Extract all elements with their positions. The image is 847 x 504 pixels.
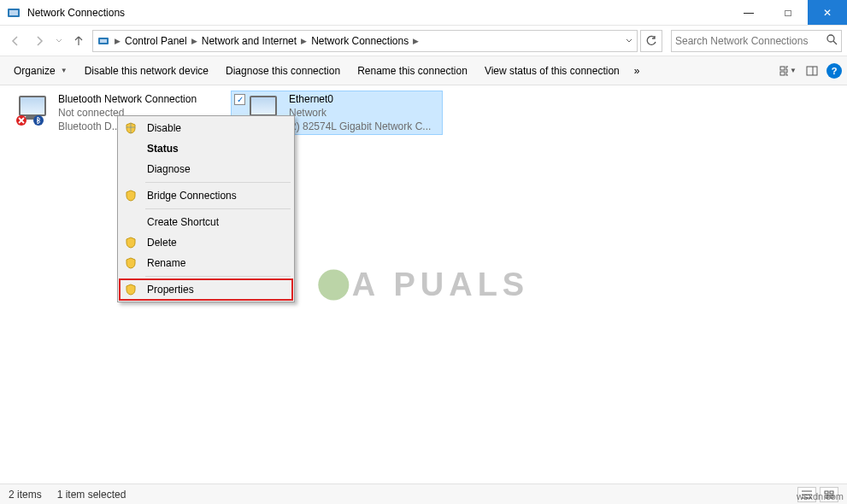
pane-icon <box>806 65 818 77</box>
address-bar[interactable]: ▶ Control Panel ▶ Network and Internet ▶… <box>92 30 638 52</box>
watermark: A PUALS <box>318 267 529 303</box>
organize-button[interactable]: Organize ▼ <box>5 60 76 82</box>
connection-status: Network <box>289 106 431 120</box>
ctx-bridge[interactable]: Bridge Connections <box>120 185 292 206</box>
recent-dropdown[interactable] <box>53 31 65 51</box>
shield-icon <box>124 256 138 270</box>
svg-line-5 <box>833 41 837 44</box>
svg-rect-1 <box>9 10 18 15</box>
chevron-down-icon <box>626 38 632 44</box>
shield-icon <box>124 283 138 296</box>
svg-point-4 <box>827 35 834 42</box>
connection-name: Bluetooth Network Connection <box>58 92 197 106</box>
error-badge-icon <box>15 114 27 126</box>
rename-button[interactable]: Rename this connection <box>349 60 476 82</box>
connection-icon <box>14 92 55 126</box>
breadcrumb-separator: ▶ <box>191 37 197 45</box>
diagnose-button[interactable]: Diagnose this connection <box>217 60 349 82</box>
title-bar: Network Connections — □ ✕ <box>0 0 847 26</box>
command-bar: Organize ▼ Disable this network device D… <box>0 56 847 85</box>
svg-rect-6 <box>780 67 785 70</box>
ctx-disable[interactable]: Disable <box>120 118 292 138</box>
disable-device-button[interactable]: Disable this network device <box>76 60 217 82</box>
ctx-label: Diagnose <box>147 163 191 175</box>
close-button[interactable]: ✕ <box>808 0 847 25</box>
back-icon <box>9 34 22 48</box>
overflow-button[interactable]: » <box>628 60 646 82</box>
connection-device: R) 82574L Gigabit Network C... <box>289 120 431 133</box>
minimize-button[interactable]: — <box>729 0 768 25</box>
search-placeholder: Search Network Connections <box>675 35 808 47</box>
breadcrumb-separator: ▶ <box>301 37 307 45</box>
bluetooth-badge-icon <box>32 114 44 126</box>
cmd-label: Diagnose this connection <box>226 65 340 77</box>
svg-rect-9 <box>786 72 788 75</box>
breadcrumb-network-internet[interactable]: Network and Internet <box>198 31 300 51</box>
shield-icon <box>124 236 138 249</box>
ctx-properties[interactable]: Properties <box>120 279 292 300</box>
app-icon <box>7 6 21 20</box>
ctx-delete[interactable]: Delete <box>120 232 292 253</box>
ctx-label: Create Shortcut <box>147 216 219 228</box>
window-title: Network Connections <box>27 7 729 19</box>
chevron-down-icon: ▼ <box>790 67 797 74</box>
item-count: 2 items <box>9 489 42 501</box>
crumb-label: Network Connections <box>311 35 409 47</box>
selected-count: 1 item selected <box>57 489 126 501</box>
view-icon <box>779 65 788 77</box>
cmd-label: Rename this connection <box>357 65 468 77</box>
chevron-down-icon: ▼ <box>61 67 68 74</box>
svg-rect-7 <box>786 67 788 70</box>
window-buttons: — □ ✕ <box>729 0 847 25</box>
ctx-rename[interactable]: Rename <box>120 253 292 273</box>
content-area[interactable]: A PUALS Bluetooth Network Connection Not… <box>0 85 847 483</box>
ctx-create-shortcut[interactable]: Create Shortcut <box>120 212 292 232</box>
watermark-icon <box>318 269 349 300</box>
maximize-button[interactable]: □ <box>768 0 808 25</box>
ctx-label: Disable <box>147 122 181 134</box>
watermark-text: A PUALS <box>352 267 529 303</box>
max-glyph: □ <box>785 7 791 19</box>
source-label: wsxdn.com <box>797 491 844 501</box>
search-box[interactable]: Search Network Connections <box>671 30 842 52</box>
breadcrumb-separator: ▶ <box>115 37 121 45</box>
min-glyph: — <box>744 7 754 19</box>
breadcrumb-control-panel[interactable]: Control Panel <box>121 31 191 51</box>
svg-rect-10 <box>807 67 817 75</box>
ctx-status[interactable]: Status <box>120 138 292 159</box>
ctx-separator <box>145 208 291 209</box>
breadcrumb-separator: ▶ <box>413 37 419 45</box>
back-button[interactable] <box>5 31 26 51</box>
view-status-button[interactable]: View status of this connection <box>476 60 628 82</box>
forward-icon <box>32 34 46 48</box>
up-button[interactable] <box>68 31 89 51</box>
cmd-label: View status of this connection <box>485 65 620 77</box>
forward-button[interactable] <box>29 31 50 51</box>
shield-icon <box>124 189 138 202</box>
selection-check-icon: ✓ <box>234 94 245 105</box>
connection-name: Ethernet0 <box>289 92 431 106</box>
view-options-button[interactable]: ▼ <box>779 62 797 80</box>
shield-icon <box>124 121 138 135</box>
close-glyph: ✕ <box>823 7 832 19</box>
overflow-glyph: » <box>634 65 640 77</box>
ctx-separator <box>145 276 291 277</box>
ctx-label: Rename <box>147 257 185 269</box>
refresh-button[interactable] <box>640 30 662 52</box>
ctx-label: Status <box>147 143 179 155</box>
address-row: ▶ Control Panel ▶ Network and Internet ▶… <box>0 26 847 56</box>
breadcrumb-network-connections[interactable]: Network Connections <box>308 31 412 51</box>
ctx-label: Bridge Connections <box>147 190 237 202</box>
crumb-label: Control Panel <box>125 35 187 47</box>
help-button[interactable]: ? <box>826 63 842 79</box>
svg-rect-8 <box>780 72 785 75</box>
location-icon <box>97 34 110 48</box>
cmd-label: Disable this network device <box>85 65 209 77</box>
ctx-label: Delete <box>147 237 177 249</box>
ctx-diagnose[interactable]: Diagnose <box>120 159 292 179</box>
address-history-dropdown[interactable] <box>621 31 637 51</box>
chevron-down-icon <box>56 38 62 44</box>
search-icon <box>826 33 838 48</box>
ctx-label: Properties <box>147 284 194 296</box>
preview-pane-button[interactable] <box>803 62 821 80</box>
